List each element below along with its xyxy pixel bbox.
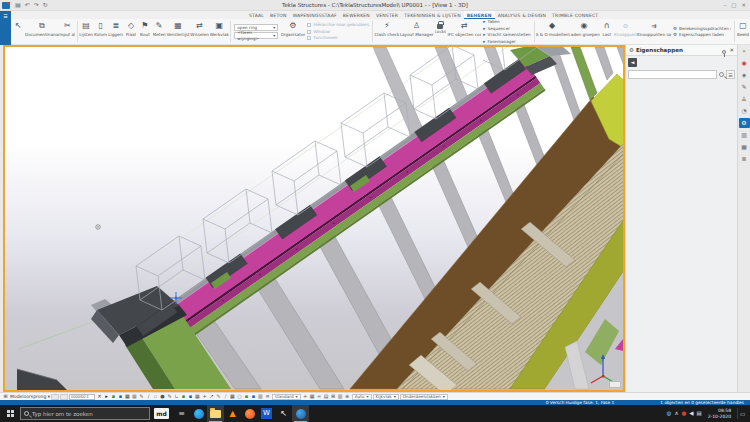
eigenschappen-laden-button[interactable]: ⚙Eigenschappen laden (673, 32, 731, 38)
snap14[interactable]: ▦ (194, 393, 201, 400)
history-icon[interactable]: ◔ (739, 106, 750, 116)
vlc-player[interactable]: ▲ (224, 405, 241, 422)
knooppunten-samenvoegen-button[interactable]: ⇉Knooppunten samenvoegen (637, 19, 671, 44)
input-all-button[interactable]: ✂Input al (59, 19, 76, 44)
tekla-structures-app[interactable] (292, 405, 309, 422)
green-rafter-rib[interactable] (571, 47, 597, 100)
document-manager-button[interactable]: ⧉Documentmanager (25, 19, 59, 44)
tekla-online-icon[interactable]: ◉ (739, 58, 750, 68)
beeld-button[interactable]: ▢Beeld (736, 19, 750, 44)
snap13[interactable]: ▪ (187, 393, 194, 400)
view-plane-dropdown[interactable]: Kijkvlak▾ (373, 394, 399, 400)
md-app-button[interactable]: md (154, 408, 169, 419)
view-corner-widget[interactable] (609, 381, 621, 388)
taskbar-search[interactable]: Typ hier om te zoeken (20, 407, 150, 420)
panel-back-button[interactable]: ◄ (628, 58, 637, 67)
werkvlak-button[interactable]: ▣Werkvlak (209, 19, 229, 44)
plaat-button[interactable]: ◇Plaat (124, 19, 138, 44)
snap8[interactable]: ▫ (152, 393, 159, 400)
snap3[interactable]: ▪ (117, 393, 124, 400)
tekla-logo-icon[interactable] (2, 2, 10, 9)
vracht-button[interactable]: ▸Vracht samenstellen (483, 32, 530, 38)
tab-venster[interactable]: VENSTER (373, 11, 401, 19)
tab-analysis-design[interactable]: ANALYSIS & DESIGN (495, 11, 549, 19)
language-icon[interactable]: ▤ (697, 405, 702, 422)
notes-icon[interactable]: ◈ (739, 70, 750, 80)
last-button[interactable]: ∩Last (600, 19, 614, 44)
knooppunt-button[interactable]: ⊙Knooppunt (614, 19, 637, 44)
vensterlijst-button[interactable]: ▦Vensterlijst (166, 19, 190, 44)
file-menu-button[interactable]: ☰ (0, 11, 11, 45)
maximize-button[interactable]: ▢ (731, 0, 736, 10)
locks-button[interactable]: Locks (433, 19, 447, 44)
refresh-icon[interactable]: ↻ (41, 0, 50, 10)
bout-button[interactable]: ⚑Bout (138, 19, 152, 44)
snap20[interactable]: ○ (236, 393, 243, 400)
network-icon[interactable]: ◍ (667, 405, 672, 422)
snap21[interactable]: ▪ (243, 393, 250, 400)
layout-manager-button[interactable]: ♙Layout Manager (400, 19, 434, 44)
notification-center-icon[interactable]: ▭ (737, 408, 747, 419)
sequencer-button[interactable]: ▸Sequencer (483, 26, 530, 32)
organisator-button[interactable]: ⚙Organisator (280, 19, 305, 44)
snap11[interactable]: ∟ (173, 393, 180, 400)
snap16[interactable]: ↗ (208, 393, 215, 400)
tab-beton[interactable]: BETON (267, 11, 290, 19)
layers-icon[interactable]: ≣ (739, 154, 750, 164)
meten-button[interactable]: ✎Meten (152, 19, 166, 44)
model-3d-scene[interactable] (5, 47, 623, 390)
modification-dropdown[interactable]: <Geen wijziging>▾ (234, 32, 278, 39)
save-icon[interactable]: ▤ (13, 0, 23, 10)
close-button[interactable]: ✕ (741, 0, 746, 10)
snap5[interactable]: ▦ (131, 393, 138, 400)
taken-button[interactable]: ▸Taken (483, 19, 530, 25)
coordinate-field[interactable] (69, 394, 95, 400)
snap6[interactable]: ✎ (138, 393, 145, 400)
wisselen-button[interactable]: ⇄Wisselen (190, 19, 209, 44)
snap4[interactable]: ▦ (124, 393, 131, 400)
window-checkbox[interactable]: Window (307, 29, 369, 35)
tab-bewerken[interactable]: BEWERKEN (340, 11, 373, 19)
select-tool-button[interactable]: ↖ (11, 19, 25, 44)
user-icon[interactable]: ♙ (739, 94, 750, 104)
minimize-button[interactable]: – (723, 0, 726, 10)
selection-filter-dropdown[interactable]: standard▾ (272, 394, 301, 400)
corner-bracket[interactable] (17, 369, 67, 390)
search-icon[interactable] (719, 72, 724, 77)
snapb1[interactable]: + (302, 393, 309, 400)
catalog-icon[interactable]: ▦ (739, 142, 750, 152)
snap1[interactable]: ▸ (103, 393, 110, 400)
snap15[interactable]: + (201, 393, 208, 400)
snap10[interactable]: ✎ (166, 393, 173, 400)
snapb7[interactable]: ⊕ (344, 393, 351, 400)
tab-wapeningsstaaf[interactable]: WAPENINGSSTAAF (290, 11, 340, 19)
edge-browser[interactable] (190, 405, 207, 422)
tab-tekeningen-lijsten[interactable]: TEKENINGEN & LIJSTEN (401, 11, 464, 19)
pointer-app[interactable]: ↖ (275, 405, 292, 422)
part-planes-dropdown[interactable]: Onderdeelvlakken▾ (400, 394, 448, 400)
redo-icon[interactable]: ↷ (32, 0, 41, 10)
snap19[interactable]: ▦ (229, 393, 236, 400)
tab-trimble-connect[interactable]: TRIMBLE CONNECT (549, 11, 601, 19)
volume-icon[interactable]: ◀ (689, 405, 693, 422)
snap7[interactable]: / (145, 393, 152, 400)
liggers-button[interactable]: ≣Liggers (108, 19, 124, 44)
snap22[interactable]: ▪ (250, 393, 257, 400)
coord-lock-button-2[interactable] (60, 394, 68, 400)
hierarchie-checkbox[interactable]: Hiërarchie naar gebruikers (307, 22, 369, 28)
snap23[interactable]: ▥ (257, 393, 264, 400)
snapb3[interactable]: = (316, 393, 323, 400)
snapb4[interactable]: ▤ (323, 393, 330, 400)
clear[interactable]: ✕ (96, 393, 103, 400)
taskbar-clock[interactable]: 08:58 2-10-2020 (705, 408, 734, 419)
laden-groepen-button[interactable]: ◉Laden groepen (568, 19, 599, 44)
snapb6[interactable]: ▥ (337, 393, 344, 400)
close-icon[interactable]: ✕ (729, 47, 734, 54)
snap17[interactable]: ✎ (215, 393, 222, 400)
tab-beheren[interactable]: BEHEREN (464, 11, 495, 19)
model-origin-dropdown[interactable]: Modeloorsprong ▾ (10, 394, 50, 399)
snap12[interactable]: ▪ (180, 393, 187, 400)
functioneel-checkbox[interactable]: Functioneel (307, 35, 369, 41)
coord-lock-button[interactable] (51, 394, 59, 400)
console-app[interactable]: ≡ (173, 405, 190, 422)
